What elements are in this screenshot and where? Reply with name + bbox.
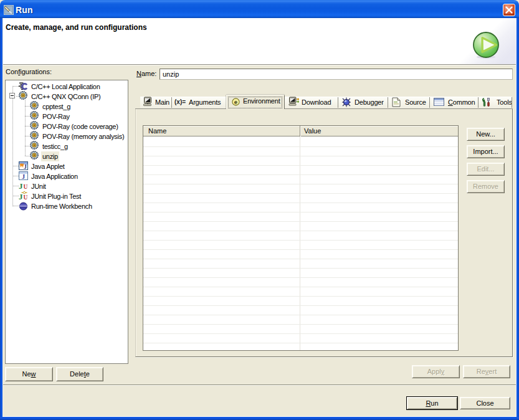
svg-text:J: J bbox=[22, 173, 25, 180]
svg-text:U: U bbox=[24, 184, 28, 190]
svg-text:U: U bbox=[24, 194, 28, 201]
svg-text:J: J bbox=[19, 181, 23, 190]
svg-text:e: e bbox=[234, 98, 237, 105]
svg-text:J: J bbox=[19, 192, 23, 201]
svg-text:J: J bbox=[24, 163, 27, 170]
